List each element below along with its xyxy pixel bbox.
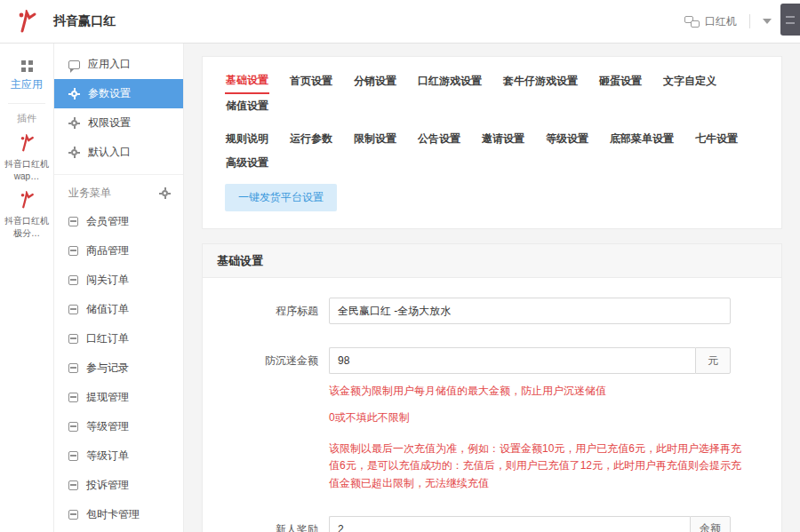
sidebar-item-label: 应用入口 bbox=[88, 57, 131, 72]
layout: 主应用 插件 抖音口红机wap…抖音口红机极分… 应用入口参数设置权限设置默认入… bbox=[0, 43, 800, 532]
gear-icon bbox=[68, 88, 80, 99]
tab[interactable]: 七牛设置 bbox=[694, 127, 739, 151]
sidebar-item[interactable]: 闯关订单 bbox=[54, 266, 183, 295]
module-icon bbox=[68, 422, 78, 432]
basic-settings-form: 程序标题 防沉迷金额 元 该金额为限制用户每月储值的最大金额，防止用 bbox=[203, 278, 781, 532]
anti-addiction-hint-1: 该金额为限制用户每月储值的最大金额，防止用户沉迷储值 bbox=[329, 383, 747, 401]
rail-plugin-item[interactable]: 抖音口红机wap… bbox=[4, 134, 49, 182]
sidebar-item-label: 会员管理 bbox=[86, 214, 129, 229]
chevron-down-icon[interactable] bbox=[763, 19, 772, 24]
tab[interactable]: 邀请设置 bbox=[481, 127, 525, 151]
corner-panel[interactable] bbox=[780, 4, 800, 36]
brand-logo-icon bbox=[0, 10, 53, 33]
sidebar-item[interactable]: 储值订单 bbox=[54, 295, 183, 324]
machine-menu[interactable]: 口红机 bbox=[684, 14, 737, 29]
tabs-row-2: 规则说明运行参数限制设置公告设置邀请设置等级设置底部菜单设置七牛设置高级设置 bbox=[210, 123, 774, 179]
module-icon bbox=[68, 275, 78, 285]
module-icon bbox=[68, 305, 78, 314]
sidebar-item[interactable]: 提现管理 bbox=[54, 383, 183, 412]
sidebar-item[interactable]: 等级订单 bbox=[54, 441, 183, 471]
gear-icon bbox=[68, 117, 80, 129]
sidebar-section-business: 业务菜单 bbox=[54, 174, 183, 207]
app-rail: 主应用 插件 抖音口红机wap…抖音口红机极分… bbox=[0, 43, 54, 532]
module-icon bbox=[68, 246, 78, 256]
tab[interactable]: 公告设置 bbox=[417, 127, 461, 151]
tab[interactable]: 口红游戏设置 bbox=[417, 69, 483, 93]
tab[interactable]: 规则说明 bbox=[225, 127, 269, 151]
anti-addiction-hint-2: 0或不填此不限制 bbox=[329, 409, 747, 427]
tab[interactable]: 首页设置 bbox=[289, 69, 333, 93]
form-row-anti-addiction: 防沉迷金额 元 该金额为限制用户每月储值的最大金额，防止用户沉迷储值 0或不填此… bbox=[203, 347, 764, 493]
plugin-name: 抖音口红机wap… bbox=[4, 158, 49, 182]
rail-main-app-label: 主应用 bbox=[11, 77, 43, 92]
gear-icon[interactable] bbox=[159, 187, 171, 199]
sidebar-item[interactable]: 参数设置 bbox=[54, 79, 183, 108]
sidebar-item-label: 权限设置 bbox=[88, 115, 131, 131]
sidebar-item-label: 参与记录 bbox=[86, 361, 129, 376]
tabs-row-1: 基础设置首页设置分销设置口红游戏设置套牛仔游戏设置砸蛋设置文字自定义储值设置 bbox=[210, 64, 774, 123]
rail-main-app[interactable]: 主应用 bbox=[11, 53, 43, 101]
rail-plugin-item[interactable]: 抖音口红机极分… bbox=[4, 191, 49, 239]
sidebar: 应用入口参数设置权限设置默认入口 业务菜单 会员管理商品管理闯关订单储值订单口红… bbox=[54, 43, 184, 532]
unit-balance-addon: 余额 bbox=[690, 516, 731, 532]
module-icon bbox=[68, 510, 78, 520]
program-title-input[interactable] bbox=[329, 298, 731, 324]
anti-addiction-input-group: 元 bbox=[329, 347, 731, 374]
sidebar-item[interactable]: 默认入口 bbox=[54, 138, 183, 167]
sidebar-item[interactable]: 会员管理 bbox=[54, 207, 183, 236]
tab[interactable]: 等级设置 bbox=[545, 127, 589, 151]
form-row-program-title: 程序标题 bbox=[203, 298, 764, 324]
plugin-logo-icon bbox=[19, 134, 35, 155]
tabs-row-3: 一键发货平台设置 bbox=[210, 179, 774, 216]
sidebar-item[interactable]: 权限设置 bbox=[54, 108, 183, 138]
tab[interactable]: 底部菜单设置 bbox=[609, 127, 675, 151]
gear-icon bbox=[68, 147, 80, 158]
main-content: 基础设置首页设置分销设置口红游戏设置套牛仔游戏设置砸蛋设置文字自定义储值设置 规… bbox=[184, 43, 800, 532]
sidebar-business-group: 会员管理商品管理闯关订单储值订单口红订单参与记录提现管理等级管理等级订单投诉管理… bbox=[54, 207, 183, 532]
grid-icon bbox=[21, 60, 26, 65]
rail-plugin-list: 抖音口红机wap…抖音口红机极分… bbox=[4, 125, 49, 241]
sidebar-item-label: 闯关订单 bbox=[86, 273, 129, 288]
tab[interactable]: 高级设置 bbox=[225, 151, 269, 175]
tab[interactable]: 限制设置 bbox=[353, 127, 397, 151]
module-icon bbox=[68, 217, 78, 226]
plugin-logo-icon bbox=[19, 191, 35, 211]
anti-addiction-input[interactable] bbox=[329, 347, 695, 374]
divider bbox=[749, 14, 750, 28]
newbie-reward-label: 新人奖励 bbox=[203, 516, 329, 532]
sidebar-item-label: 包时卡管理 bbox=[86, 507, 140, 522]
anti-addiction-hint-3: 该限制以最后一次充值为准，例如：设置金额10元，用户已充值6元，此时用户选择再充… bbox=[329, 441, 747, 493]
tab[interactable]: 文字自定义 bbox=[662, 69, 717, 93]
tab[interactable]: 基础设置 bbox=[225, 68, 269, 94]
basic-settings-card: 基础设置 程序标题 防沉迷金额 元 bbox=[202, 243, 782, 532]
sidebar-item[interactable]: 投诉管理 bbox=[54, 471, 183, 500]
app-window: 抖音赢口红 口红机 主应用 插件 抖音口红机wap…抖音口红机极分… 应用入口参… bbox=[0, 0, 800, 532]
module-icon bbox=[68, 393, 78, 402]
module-icon bbox=[68, 363, 78, 373]
settings-tabs-card: 基础设置首页设置分销设置口红游戏设置套牛仔游戏设置砸蛋设置文字自定义储值设置 规… bbox=[202, 56, 782, 229]
sidebar-item-label: 提现管理 bbox=[86, 390, 129, 405]
sidebar-item-label: 储值订单 bbox=[86, 302, 129, 317]
newbie-reward-input[interactable] bbox=[329, 516, 690, 532]
sidebar-item-label: 参数设置 bbox=[88, 86, 131, 101]
sidebar-section-title: 业务菜单 bbox=[68, 186, 111, 201]
comment-icon bbox=[68, 60, 80, 69]
tab[interactable]: 分销设置 bbox=[353, 69, 397, 93]
sidebar-item[interactable]: 等级管理 bbox=[54, 412, 183, 441]
sidebar-item[interactable]: 包时卡管理 bbox=[54, 500, 183, 529]
plugin-name: 抖音口红机极分… bbox=[4, 215, 49, 239]
anti-addiction-label: 防沉迷金额 bbox=[203, 347, 329, 493]
sidebar-item-label: 投诉管理 bbox=[86, 478, 129, 493]
sidebar-item[interactable]: 商品管理 bbox=[54, 236, 183, 266]
chat-bubbles-icon bbox=[684, 16, 700, 28]
module-icon bbox=[68, 451, 78, 461]
sidebar-item[interactable]: 应用入口 bbox=[54, 50, 183, 79]
tab[interactable]: 砸蛋设置 bbox=[598, 69, 643, 93]
tab[interactable]: 套牛仔游戏设置 bbox=[502, 69, 579, 93]
sidebar-item[interactable]: 参与记录 bbox=[54, 353, 183, 383]
tab[interactable]: 运行参数 bbox=[289, 127, 333, 151]
tab[interactable]: 储值设置 bbox=[225, 94, 269, 118]
sidebar-item[interactable]: 口红订单 bbox=[54, 324, 183, 353]
delivery-platform-button[interactable]: 一键发货平台设置 bbox=[225, 184, 337, 211]
sidebar-settings-group: 应用入口参数设置权限设置默认入口 bbox=[54, 50, 183, 167]
